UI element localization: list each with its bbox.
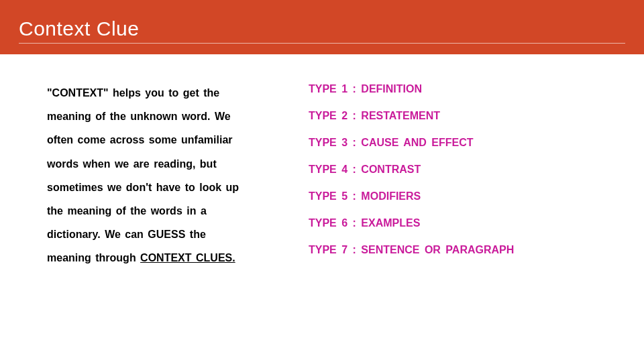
slide-title: Context Clue <box>19 17 625 44</box>
paragraph-block: "CONTEXT" helps you to get the meaning o… <box>47 81 248 272</box>
type-item-5: TYPE 5 : MODIFIERS <box>309 191 625 202</box>
type-item-6: TYPE 6 : EXAMPLES <box>309 218 625 229</box>
types-list: TYPE 1 : DEFINITION TYPE 2 : RESTATEMENT… <box>309 81 625 272</box>
type-item-2: TYPE 2 : RESTATEMENT <box>309 111 625 121</box>
type-item-1: TYPE 1 : DEFINITION <box>309 84 625 95</box>
type-item-4: TYPE 4 : CONTRAST <box>309 164 625 175</box>
paragraph-prefix: "CONTEXT" helps you to get the meaning o… <box>47 87 239 263</box>
slide-content: "CONTEXT" helps you to get the meaning o… <box>0 54 644 285</box>
paragraph-underlined: CONTEXT CLUES. <box>140 252 235 263</box>
type-item-3: TYPE 3 : CAUSE AND EFFECT <box>309 137 625 148</box>
type-item-7: TYPE 7 : SENTENCE OR PARAGRAPH <box>309 245 625 255</box>
slide-header: Context Clue <box>0 0 644 54</box>
